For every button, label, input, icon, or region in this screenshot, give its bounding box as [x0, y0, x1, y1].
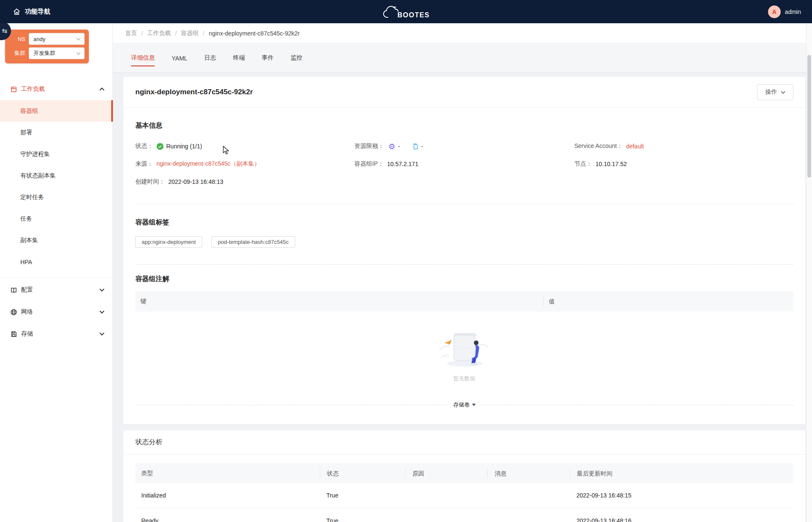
status-table-header: 类型 状态 原因 消息 最后更新时间 [135, 463, 793, 483]
pod-title: nginx-deployment-c87c545c-92k2r [135, 88, 253, 96]
tab-events[interactable]: 事件 [262, 54, 274, 72]
breadcrumb-current: nginx-deployment-c87c545c-92k2r [209, 30, 300, 37]
sidebar: ⇆ NS andy 集群 开发集群 工作负载 容器组 [0, 23, 113, 522]
book-icon [10, 287, 17, 294]
field-pod-ip: 容器组IP： 10.57.2.171 [354, 159, 574, 169]
volumes-label: 存储卷 [453, 401, 470, 409]
sidebar-item-statefulsets[interactable]: 有状态副本集 [0, 165, 113, 186]
status-analysis-table: 类型 状态 原因 消息 最后更新时间 Initialized True 2022… [135, 463, 793, 522]
cluster-label: 集群 [8, 49, 29, 57]
field-created: 创建时间： 2022-09-13 16:48:13 [135, 177, 354, 187]
storage-disk-icon [10, 331, 17, 338]
status-analysis-heading: 状态分析 [135, 438, 162, 447]
cpu-icon [388, 143, 395, 150]
status-analysis-card: 状态分析 类型 状态 原因 消息 最后更新时间 Initialized True… [123, 430, 805, 522]
namespace-label: NS [8, 36, 29, 42]
field-service-account: Service Account： default [574, 141, 793, 151]
sidebar-menu: 工作负载 容器组 部署 守护进程集 有状态副本集 定时任务 任务 副本集 HPA… [0, 78, 113, 345]
chevron-down-icon [99, 288, 104, 292]
main-area: 首页 / 工作负载 / 容器组 / nginx-deployment-c87c5… [113, 23, 812, 522]
scrollbar[interactable] [806, 23, 812, 522]
home-icon [13, 8, 21, 16]
sidebar-item-jobs[interactable]: 任务 [0, 208, 113, 230]
success-check-icon [156, 143, 164, 150]
pod-labels-section: 容器组标签 app:nginx-deployment pod-template-… [135, 204, 793, 264]
sidebar-group-storage[interactable]: 存储 [0, 323, 113, 345]
sidebar-group-config[interactable]: 配置 [0, 279, 113, 301]
globe-icon [10, 309, 17, 316]
pod-annotations-heading: 容器组注解 [135, 275, 793, 284]
chevron-down-icon [781, 91, 785, 94]
column-message: 消息 [487, 469, 570, 478]
label-tag: pod-template-hash:c87c545c [211, 236, 295, 248]
empty-text: 暂无数据 [453, 375, 475, 383]
tab-monitoring[interactable]: 监控 [291, 54, 302, 72]
content-scroll[interactable]: nginx-deployment-c87c545c-92k2r 操作 基本信息 … [113, 73, 812, 522]
breadcrumb-home[interactable]: 首页 [125, 30, 137, 37]
table-row: Ready True 2022-09-13 16:48:16 [135, 508, 793, 522]
empty-state: 暂无数据 [135, 312, 793, 394]
sidebar-item-cronjobs[interactable]: 定时任务 [0, 186, 113, 208]
sidebar-item-pods[interactable]: 容器组 [0, 100, 113, 122]
sidebar-group-network[interactable]: 网络 [0, 301, 113, 323]
sidebar-group-workload[interactable]: 工作负载 [0, 78, 113, 100]
sidebar-item-hpa[interactable]: HPA [0, 251, 113, 273]
table-row: Initialized True 2022-09-13 16:48:15 [135, 483, 793, 508]
workload-icon [10, 86, 17, 93]
workspace-panel: NS andy 集群 开发集群 [5, 30, 89, 63]
cluster-select[interactable]: 开发集群 [29, 47, 85, 59]
field-quota: 资源限额： - - [354, 141, 574, 151]
field-node: 节点： 10.10.17.52 [574, 159, 793, 169]
column-key: 键 [135, 298, 543, 305]
chevron-up-icon [99, 87, 104, 91]
pod-detail-card: nginx-deployment-c87c545c-92k2r 操作 基本信息 … [123, 77, 805, 424]
function-nav-label: 功能导航 [25, 8, 50, 16]
avatar: A [768, 5, 781, 18]
field-source: 来源： nginx-deployment-c87c545c（副本集） [135, 159, 354, 169]
scrollbar-thumb[interactable] [807, 55, 811, 178]
column-reason: 原因 [405, 469, 488, 478]
namespace-select[interactable]: andy [29, 33, 85, 45]
memory-icon [412, 143, 419, 150]
swap-arrows-icon: ⇆ [2, 27, 7, 35]
chevron-down-icon [99, 332, 104, 336]
top-bar: 功能导航 BOOTES A admin [0, 0, 812, 23]
service-account-link[interactable]: default [626, 143, 644, 150]
user-name: admin [785, 8, 801, 15]
chevron-down-icon [76, 52, 81, 55]
label-tag: app:nginx-deployment [135, 236, 202, 248]
actions-button[interactable]: 操作 [757, 84, 793, 100]
annotations-table-header: 键 值 [135, 291, 793, 312]
sidebar-item-daemonsets[interactable]: 守护进程集 [0, 143, 113, 165]
pod-labels-heading: 容器组标签 [135, 218, 793, 227]
bootes-logo: BOOTES [382, 5, 430, 19]
chevron-down-icon [99, 310, 104, 314]
tab-details[interactable]: 详细信息 [131, 54, 155, 72]
column-value: 值 [543, 297, 793, 306]
breadcrumb-workload[interactable]: 工作负载 [147, 30, 171, 37]
tab-logs[interactable]: 日志 [204, 54, 216, 72]
field-status: 状态： Running (1/1) [135, 141, 354, 151]
column-type: 类型 [135, 470, 320, 477]
volumes-expander[interactable]: 存储卷 [135, 401, 793, 424]
tab-bar: 详细信息 YAML 日志 终端 事件 监控 [113, 44, 812, 73]
column-status: 状态 [320, 469, 405, 478]
logo-text: BOOTES [398, 11, 430, 19]
user-menu[interactable]: A admin [768, 0, 801, 23]
caret-down-icon [472, 404, 476, 406]
breadcrumb: 首页 / 工作负载 / 容器组 / nginx-deployment-c87c5… [113, 23, 812, 44]
sidebar-item-deployments[interactable]: 部署 [0, 122, 113, 143]
tab-terminal[interactable]: 终端 [233, 54, 245, 72]
breadcrumb-pods[interactable]: 容器组 [181, 30, 199, 37]
empty-illustration [437, 328, 492, 371]
basic-info-section: 基本信息 状态： Running (1/1) 资源限额： [135, 108, 793, 204]
tab-yaml[interactable]: YAML [172, 55, 187, 72]
chevron-down-icon [76, 38, 81, 41]
source-link[interactable]: nginx-deployment-c87c545c（副本集） [156, 160, 260, 168]
column-updated: 最后更新时间 [570, 469, 793, 478]
function-nav-button[interactable]: 功能导航 [13, 8, 50, 16]
sidebar-item-replicasets[interactable]: 副本集 [0, 230, 113, 251]
basic-info-heading: 基本信息 [135, 121, 793, 130]
pod-annotations-section: 容器组注解 键 值 [135, 265, 793, 394]
